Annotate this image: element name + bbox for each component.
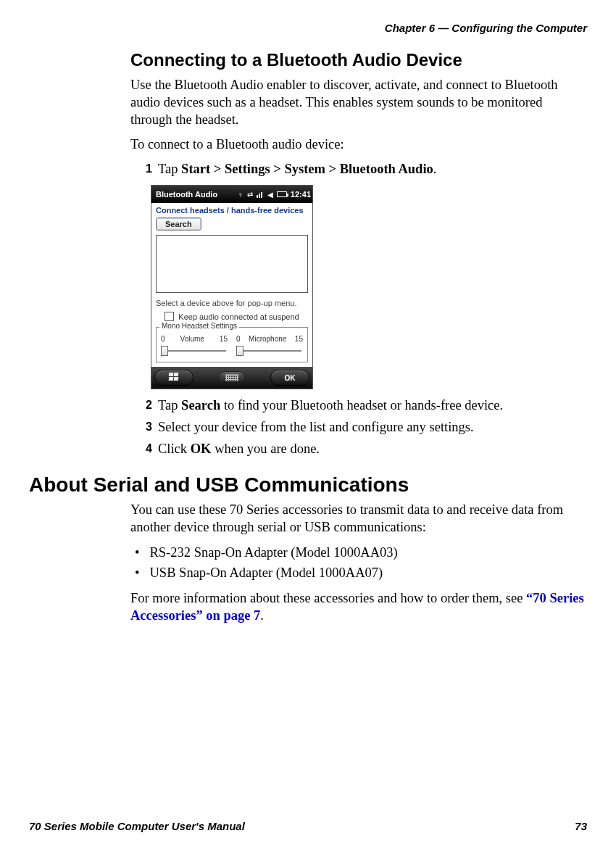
volume-max: 15: [220, 335, 228, 343]
step-text: Click OK when you are done.: [158, 440, 587, 457]
step-text-bold: Search: [181, 398, 220, 413]
footer-manual-title: 70 Series Mobile Computer User's Manual: [29, 820, 245, 832]
step-text-pre: Tap: [158, 162, 181, 176]
microphone-slider-thumb[interactable]: [236, 346, 244, 356]
step-text-post: .: [433, 162, 437, 176]
screenshot-title: Bluetooth Audio: [156, 190, 217, 199]
screenshot-ok-button[interactable]: OK: [270, 370, 309, 386]
more-info-pre: For more information about these accesso…: [130, 591, 526, 605]
section-title-bluetooth: Connecting to a Bluetooth Audio Device: [130, 50, 587, 70]
screenshot-hint-text: Select a device above for pop-up menu.: [151, 296, 312, 312]
list-item-text: RS-232 Snap-On Adapter (Model 1000AA03): [149, 543, 397, 563]
mic-label: Microphone: [249, 335, 286, 343]
bullet-icon: •: [135, 563, 139, 584]
step-3: 3 Select your device from the list and c…: [136, 418, 587, 436]
embedded-screenshot: Bluetooth Audio ♀ ⇄ ◀ 12:41 Connect head…: [151, 185, 313, 389]
step-text: Select your device from the list and con…: [158, 418, 587, 436]
step-number: 3: [136, 418, 152, 435]
volume-slider[interactable]: [159, 344, 229, 357]
step-text-bold: Start > Settings > System > Bluetooth Au…: [181, 162, 433, 176]
step-text-pre: Click: [158, 441, 191, 456]
step-text: Tap Search to find your Bluetooth headse…: [158, 397, 587, 414]
screenshot-checkbox-label: Keep audio connected at suspend: [178, 312, 299, 321]
step-number: 1: [136, 160, 152, 177]
list-item: • USB Snap-On Adapter (Model 1000AA07): [130, 563, 587, 584]
screenshot-search-button[interactable]: Search: [156, 217, 201, 231]
chapter-header: Chapter 6 — Configuring the Computer: [29, 22, 587, 34]
more-info-post: .: [260, 608, 264, 623]
volume-slider-thumb[interactable]: [161, 346, 168, 356]
volume-icon: ◀: [267, 191, 273, 199]
mic-max: 15: [295, 335, 303, 343]
screenshot-start-button[interactable]: [154, 370, 193, 386]
step-number: 4: [136, 440, 152, 457]
screenshot-device-listbox[interactable]: [156, 235, 308, 293]
screenshot-mono-headset-group: Mono Headset Settings 0 Volume 15: [156, 327, 308, 362]
step-text-pre: Tap: [158, 398, 181, 413]
lead-in-paragraph: To connect to a Bluetooth audio device:: [130, 136, 587, 153]
keyboard-icon: [225, 374, 238, 381]
footer-page-number: 73: [575, 820, 587, 832]
step-number: 2: [136, 397, 152, 413]
screenshot-titlebar: Bluetooth Audio ♀ ⇄ ◀ 12:41: [151, 186, 312, 203]
list-item: • RS-232 Snap-On Adapter (Model 1000AA03…: [130, 543, 587, 563]
windows-flag-icon: [169, 373, 179, 383]
screenshot-time: 12:41: [291, 190, 311, 199]
screenshot-bottom-bar: OK: [151, 367, 312, 389]
screenshot-heading: Connect headsets / hands-free devices: [151, 203, 312, 217]
volume-min: 0: [161, 335, 165, 343]
bullet-icon: •: [135, 543, 139, 563]
section-title-serial-usb: About Serial and USB Communications: [29, 473, 587, 497]
signal-icon: [257, 191, 264, 198]
intro-paragraph: Use the Bluetooth Audio enabler to disco…: [130, 76, 587, 128]
network-icon: ⇄: [247, 191, 253, 199]
antenna-icon: ♀: [238, 191, 244, 199]
mic-min: 0: [236, 335, 241, 343]
microphone-slider[interactable]: [235, 344, 304, 357]
step-text-bold: OK: [191, 441, 212, 456]
accessory-list: • RS-232 Snap-On Adapter (Model 1000AA03…: [130, 543, 587, 584]
screenshot-group-legend: Mono Headset Settings: [159, 322, 239, 330]
step-1: 1 Tap Start > Settings > System > Blueto…: [136, 160, 587, 178]
list-item-text: USB Snap-On Adapter (Model 1000AA07): [149, 563, 383, 584]
more-info-paragraph: For more information about these accesso…: [130, 589, 587, 624]
volume-label: Volume: [180, 335, 204, 343]
step-4: 4 Click OK when you are done.: [136, 440, 587, 457]
screenshot-keyboard-button[interactable]: [219, 371, 245, 384]
step-text-post: when you are done.: [212, 441, 320, 456]
battery-icon: [277, 191, 287, 197]
serial-usb-paragraph: You can use these 70 Series accessories …: [130, 501, 587, 536]
screenshot-keep-audio-checkbox[interactable]: [165, 312, 174, 321]
step-text: Tap Start > Settings > System > Bluetoot…: [158, 160, 587, 178]
step-text-post: to find your Bluetooth headset or hands-…: [220, 398, 503, 413]
step-2: 2 Tap Search to find your Bluetooth head…: [136, 397, 587, 414]
